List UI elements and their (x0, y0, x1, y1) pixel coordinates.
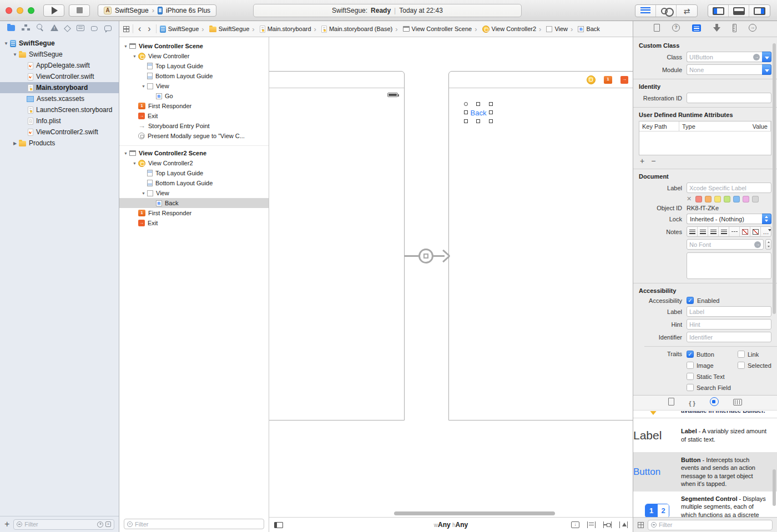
outline-row[interactable]: Top Layout Guide (119, 168, 269, 178)
library-scrollbar[interactable] (773, 469, 776, 506)
outline-row[interactable] (119, 141, 269, 146)
view-controller-1-view[interactable] (269, 88, 404, 420)
navigator-tab[interactable] (91, 23, 98, 33)
add-attribute-button[interactable]: + (640, 157, 644, 165)
selection-handle[interactable] (464, 102, 468, 106)
module-field[interactable] (687, 64, 762, 75)
navigator-tab[interactable] (51, 23, 58, 33)
storyboard-canvas[interactable]: Back (269, 37, 633, 517)
panel-toggle-button[interactable] (729, 5, 749, 17)
class-dropdown[interactable] (762, 52, 771, 62)
unsaved-files-icon[interactable] (105, 521, 111, 527)
panel-toggle-button[interactable] (708, 5, 729, 17)
inspector-tab[interactable] (749, 24, 756, 34)
accessibility-input[interactable] (689, 308, 769, 315)
navigator-tab[interactable] (22, 23, 30, 33)
inspector-tab[interactable] (713, 24, 720, 34)
outline-filter-field[interactable] (124, 519, 264, 529)
file-row[interactable]: Info.plist (0, 115, 119, 126)
remove-attribute-button[interactable]: − (651, 157, 655, 165)
outline-row[interactable]: First Responder (119, 101, 269, 111)
jumpbar-item[interactable]: Main.storyboard (Base) (311, 25, 393, 33)
outline-row[interactable]: Back (119, 198, 269, 208)
vc-icon[interactable] (587, 75, 596, 84)
jumpbar-item[interactable]: SwiftSegue (160, 26, 199, 33)
library-filter-field[interactable] (648, 520, 773, 530)
lock-stepper[interactable] (762, 214, 771, 224)
pin-icon[interactable] (603, 521, 612, 528)
lock-popup[interactable]: Inherited - (Nothing) (687, 214, 762, 224)
outline-row[interactable]: Bottom Layout Guide (119, 71, 269, 81)
first-responder-icon[interactable] (604, 76, 612, 84)
color-swatch[interactable] (733, 196, 740, 202)
filter-input[interactable] (24, 521, 95, 528)
outline-toggle-icon[interactable] (123, 26, 129, 32)
jumpbar-item[interactable]: View Controller Scene (392, 25, 472, 33)
disclosure-triangle[interactable]: ▼ (11, 52, 19, 57)
inspector-tab[interactable] (733, 24, 736, 34)
selection-handle[interactable] (476, 102, 480, 106)
outline-row[interactable]: Present Modally segue to "View C... (119, 131, 269, 141)
library-item[interactable]: Button Button - Intercepts touch events … (633, 453, 777, 492)
view-controller-1[interactable] (269, 71, 405, 420)
accessibility-field[interactable] (687, 319, 771, 330)
resolve-icon[interactable] (619, 521, 628, 528)
back-chevron-icon[interactable]: ‹ (137, 24, 143, 33)
outline-row[interactable]: ▼ View (119, 188, 269, 198)
notes-format-button[interactable] (698, 227, 708, 236)
accessibility-field[interactable] (687, 332, 771, 342)
notes-format-button[interactable] (750, 227, 761, 236)
accessibility-enabled-checkbox[interactable] (687, 297, 694, 304)
panel-toggle-button[interactable] (749, 5, 770, 17)
outline-row[interactable]: ▼ View (119, 81, 269, 91)
outline-row[interactable]: Go (119, 91, 269, 101)
selection-handle[interactable] (489, 102, 493, 106)
disclosure-triangle[interactable]: ▼ (140, 191, 147, 195)
recent-files-icon[interactable] (97, 521, 103, 528)
minimize-button[interactable] (17, 7, 23, 14)
outline-row[interactable]: Exit (119, 111, 269, 121)
view-controller-2[interactable]: Back (448, 71, 633, 420)
notes-format-button[interactable] (729, 227, 740, 236)
outline-row[interactable]: ▼ View Controller (119, 51, 269, 61)
jumpbar-item[interactable]: View (536, 25, 568, 33)
doc-label-field[interactable] (687, 183, 771, 193)
align-icon[interactable] (587, 521, 596, 528)
library-tab[interactable] (668, 398, 674, 408)
selection-handle[interactable] (464, 119, 468, 123)
color-swatch[interactable] (752, 196, 759, 202)
navigator-filter-field[interactable] (13, 519, 114, 530)
trait-checkbox[interactable] (738, 362, 745, 369)
jumpbar-item[interactable]: Back (568, 25, 600, 33)
jumpbar-item[interactable]: View Controller2 (472, 25, 536, 33)
accessibility-input[interactable] (689, 321, 769, 328)
filter-input[interactable] (135, 521, 261, 528)
selection-handle[interactable] (489, 119, 493, 123)
disclosure-triangle[interactable]: ▼ (140, 84, 147, 88)
file-row[interactable]: Assets.xcassets (0, 93, 119, 104)
notes-format-button[interactable] (687, 227, 698, 236)
library-view-mode-icon[interactable] (638, 522, 644, 528)
file-row[interactable]: ▼ SwiftSegue (0, 38, 119, 49)
outline-row[interactable]: First Responder (119, 208, 269, 218)
runtime-attributes-empty-body[interactable] (639, 131, 771, 155)
inspector-scrollbar[interactable] (773, 43, 776, 314)
trait-checkbox[interactable] (738, 351, 745, 358)
disclosure-triangle[interactable]: ▼ (2, 41, 10, 46)
library-tab[interactable] (689, 398, 695, 408)
navigator-tab[interactable] (77, 23, 84, 33)
restoration-id-field[interactable] (687, 93, 771, 103)
disclosure-triangle[interactable]: ▼ (122, 44, 129, 48)
disclosure-triangle[interactable]: ▼ (131, 54, 138, 58)
present-modally-segue-arrow[interactable] (405, 248, 448, 264)
library-tab[interactable] (733, 398, 742, 408)
run-button[interactable] (43, 4, 64, 17)
scheme-selector[interactable]: SwiftSegue › iPhone 6s Plus (98, 4, 216, 17)
library-item-clipped[interactable]: available in Interface Builder. (633, 411, 777, 418)
file-row[interactable]: LaunchScreen.storyboard (0, 104, 119, 115)
disclosure-triangle[interactable]: ▼ (122, 151, 129, 155)
accessibility-field[interactable] (687, 306, 771, 317)
exit-icon[interactable] (620, 76, 628, 84)
outline-row[interactable]: ▼ View Controller2 Scene (119, 148, 269, 158)
disclosure-triangle[interactable]: ▼ (131, 161, 138, 165)
